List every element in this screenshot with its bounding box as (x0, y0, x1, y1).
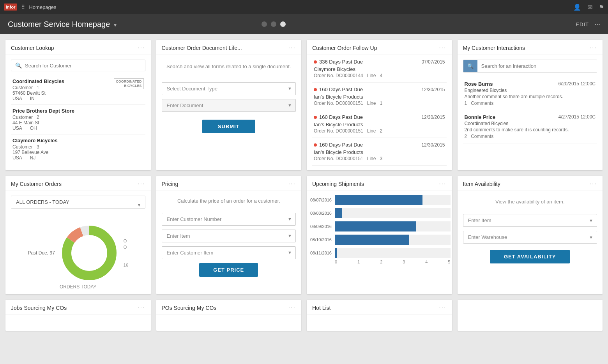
bar-row: 08/09/2016 (308, 221, 451, 231)
shipments-title: Upcoming Shipments (312, 181, 364, 187)
donut-svg (58, 222, 120, 284)
hot-list-title: Hot List (312, 305, 331, 311)
bar-fill (335, 208, 342, 218)
dot-3[interactable] (280, 21, 286, 27)
shipments-header: Upcoming Shipments ··· (307, 176, 452, 191)
shipments-menu[interactable]: ··· (439, 180, 446, 187)
hot-list-menu[interactable]: ··· (439, 304, 446, 311)
doc-enter-select[interactable]: Enter Document (162, 99, 296, 112)
customer-lookup-menu[interactable]: ··· (138, 44, 145, 51)
dot-2[interactable] (271, 21, 276, 27)
customer-lookup-widget: Customer Lookup ··· 🔍 Coordinated Bicycl… (5, 40, 151, 170)
customer-location: USANJ (12, 155, 144, 161)
edit-button[interactable]: EDIT (576, 21, 589, 27)
warehouse-select[interactable]: Enter Warehouse (463, 231, 597, 244)
interactions-menu[interactable]: ··· (590, 44, 597, 51)
customer-lookup-title: Customer Lookup (11, 45, 54, 51)
list-item[interactable]: Rose Burns 6/20/2015 12:00C Engineered B… (463, 77, 597, 110)
user-icon[interactable]: 👤 (573, 4, 581, 11)
customer-orders-body: ALL ORDERS - TODAY OPEN ORDERS PAST DUE … (5, 191, 151, 294)
interactions-body: 🔍 Rose Burns 6/20/2015 12:00C Engineered… (458, 55, 603, 148)
homepages-label: Homepages (29, 4, 56, 10)
customer-address: 197 Bellevue Ave (12, 150, 144, 155)
pricing-title: Pricing (162, 181, 179, 187)
interaction-search-input[interactable] (477, 60, 597, 72)
customer-detail: Customer3 (12, 144, 144, 150)
bookmark-icon[interactable]: ⚑ (599, 4, 604, 11)
interaction-search-box: 🔍 (463, 60, 597, 72)
donut-right-labels: O O 16 (124, 239, 128, 267)
interactions-header: My Customer Interactions ··· (458, 40, 603, 55)
message-icon[interactable]: ✉ (587, 4, 592, 11)
interactions-widget: My Customer Interactions ··· 🔍 Rose Burn… (458, 40, 603, 170)
list-item[interactable]: Price Brothers Dept Store Customer2 44 E… (11, 105, 145, 134)
list-item[interactable]: Claymore Bicycles Customer3 197 Bellevue… (11, 134, 145, 164)
pricing-header: Pricing ··· (156, 176, 302, 191)
get-price-button[interactable]: GET PRICE (199, 263, 258, 277)
red-dot-icon (314, 88, 317, 91)
jobs-sourcing-title: Jobs Sourcing My COs (11, 305, 67, 311)
bar-fill (335, 221, 416, 231)
list-item[interactable]: 160 Days Past Due 12/30/2015 Ian's Bicyc… (312, 110, 447, 138)
list-item[interactable]: 336 Days Past Due 07/07/2015 Claymore Bi… (312, 55, 447, 83)
jobs-sourcing-widget: Jobs Sourcing My COs ··· (5, 300, 151, 331)
follow-up-menu[interactable]: ··· (439, 44, 446, 51)
customer-address: 44 E Main St (12, 120, 144, 125)
bar-row: 08/08/2016 (308, 208, 451, 218)
pricing-item-select[interactable]: Enter Item (162, 230, 296, 242)
customer-location: USAOH (12, 125, 144, 131)
list-item[interactable]: Bonnie Price 4/27/2015 12:00C Coordinate… (463, 110, 597, 143)
header-actions: EDIT ··· (576, 20, 600, 28)
doc-lifecycle-header: Customer Order Document Life... ··· (156, 40, 302, 55)
bottom-widgets: Jobs Sourcing My COs ··· POs Sourcing My… (0, 300, 608, 336)
submit-button[interactable]: SUBMIT (202, 120, 255, 133)
follow-up-widget: Customer Order Follow Up ··· 336 Days Pa… (307, 40, 452, 170)
customer-search-input[interactable] (25, 63, 141, 69)
hot-list-header: Hot List ··· (307, 300, 452, 315)
empty-widget (458, 300, 603, 331)
customer-address: 57460 Dewitt St (12, 90, 64, 96)
grid-icon[interactable]: ⠿ (21, 4, 25, 10)
customer-item-wrapper: Enter Customer Item ▼ (162, 246, 296, 259)
pricing-widget: Pricing ··· Calculate the price of an or… (156, 176, 302, 294)
doc-type-select[interactable]: Select Document Type (162, 82, 296, 95)
bar-label: 08/08/2016 (308, 211, 332, 216)
pos-sourcing-menu[interactable]: ··· (288, 304, 296, 311)
customer-number-select[interactable]: Enter Customer Number (162, 213, 296, 226)
customer-orders-header: My Customer Orders ··· (5, 176, 151, 191)
orders-donut-chart: Past Due, 97 O O 16 (11, 218, 145, 288)
pos-sourcing-widget: POs Sourcing My COs ··· (156, 300, 302, 331)
title-dropdown-arrow[interactable]: ▾ (114, 22, 117, 28)
customer-name: Price Brothers Dept Store (12, 108, 144, 114)
pos-sourcing-title: POs Sourcing My COs (162, 305, 217, 311)
customer-item-select[interactable]: Enter Customer Item (162, 246, 296, 259)
bar-label: 08/07/2016 (308, 198, 332, 202)
item-select[interactable]: Enter Item (463, 214, 597, 227)
customer-orders-menu[interactable]: ··· (138, 180, 145, 187)
bar-row: 08/11/2016 (308, 248, 451, 258)
header-more-button[interactable]: ··· (594, 20, 600, 28)
follow-up-header: Customer Order Follow Up ··· (307, 40, 452, 55)
customer-name: Claymore Bicycles (12, 138, 144, 143)
bar-track (335, 208, 451, 218)
jobs-sourcing-menu[interactable]: ··· (138, 304, 145, 311)
doc-lifecycle-description: Search and view all forms related to a s… (162, 63, 296, 71)
bar-fill (335, 195, 422, 205)
top-nav-right: 👤 ✉ ⚑ (573, 4, 604, 11)
list-item[interactable]: 160 Days Past Due 12/30/2015 Ian's Bicyc… (312, 138, 447, 166)
list-item[interactable]: 160 Days Past Due 12/30/2015 Ian's Bicyc… (312, 83, 447, 110)
doc-lifecycle-menu[interactable]: ··· (288, 44, 296, 51)
interactions-list: Rose Burns 6/20/2015 12:00C Engineered B… (463, 77, 597, 143)
doc-lifecycle-title: Customer Order Document Life... (162, 45, 242, 51)
pricing-menu[interactable]: ··· (288, 180, 296, 187)
item-availability-header: Item Availability ··· (458, 176, 603, 191)
customer-number-wrapper: Enter Customer Number ▼ (162, 213, 296, 226)
orders-dropdown[interactable]: ALL ORDERS - TODAY OPEN ORDERS PAST DUE (11, 196, 145, 209)
customer-location: USAIN (12, 96, 64, 101)
item-availability-menu[interactable]: ··· (590, 180, 597, 187)
bar-chart: 08/07/2016 08/08/2016 08/09/2016 (308, 195, 451, 258)
get-availability-button[interactable]: GET AVAILABILITY (490, 250, 570, 263)
hot-list-widget: Hot List ··· (307, 300, 452, 331)
dot-1[interactable] (262, 21, 267, 27)
list-item[interactable]: Coordinated Bicycles Customer1 57460 Dew… (11, 75, 145, 105)
